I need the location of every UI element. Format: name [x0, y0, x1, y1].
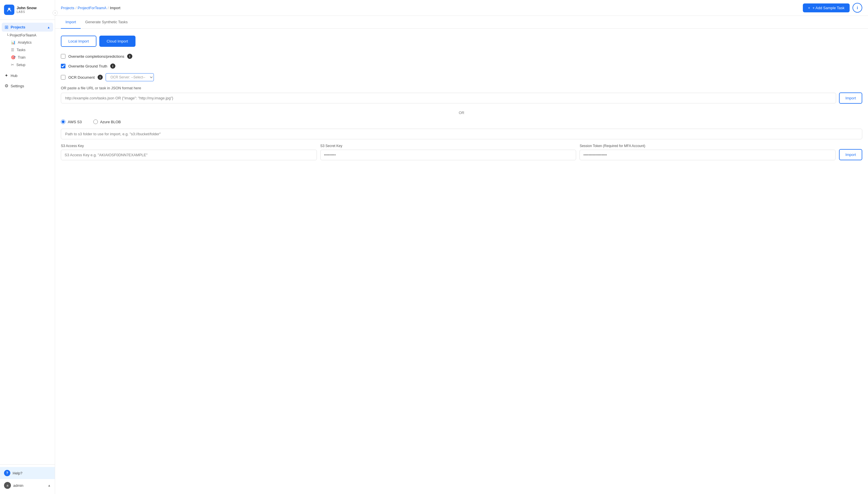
- tasks-label: Tasks: [17, 48, 25, 52]
- paste-row: Import: [61, 93, 862, 104]
- import-method-buttons: Local Import Cloud Import: [61, 36, 862, 47]
- tab-generate-synthetic[interactable]: Generate Synthetic Tasks: [81, 16, 132, 29]
- session-token-input[interactable]: [579, 150, 835, 160]
- sidebar-bottom: ? Help? a admin ▲: [0, 464, 55, 494]
- aws-s3-label: AWS S3: [68, 120, 82, 124]
- project-name: ProjectForTeamA: [10, 33, 37, 37]
- admin-chevron-icon: ▲: [48, 484, 51, 487]
- cloud-storage-options: AWS S3 Azure BLOB: [61, 119, 862, 124]
- add-sample-label: + Add Sample Task: [813, 6, 845, 10]
- s3-import-button[interactable]: Import: [839, 149, 862, 160]
- help-label: Help?: [13, 471, 22, 475]
- local-import-button[interactable]: Local Import: [61, 36, 96, 47]
- sidebar: John Snow LABS ⊞ Projects ▲ └ ProjectFor…: [0, 0, 55, 494]
- paste-section: OR paste a file URL or task in JSON form…: [61, 86, 862, 104]
- url-paste-input[interactable]: [61, 93, 836, 103]
- train-label: Train: [18, 55, 25, 59]
- setup-label: Setup: [16, 63, 25, 67]
- breadcrumb-current: Import: [110, 6, 121, 10]
- project-item[interactable]: └ ProjectForTeamA: [0, 32, 55, 38]
- s3-secret-key-label: S3 Secret Key: [320, 144, 576, 148]
- sidebar-nav: ⊞ Projects ▲ └ ProjectForTeamA 📊 Analyti…: [0, 20, 55, 464]
- breadcrumb-sep1: /: [76, 6, 77, 10]
- s3-path-input[interactable]: [61, 129, 862, 139]
- admin-item[interactable]: a admin ▲: [0, 479, 55, 492]
- analytics-label: Analytics: [18, 40, 32, 44]
- session-token-label: Session Token (Required for MFA Account): [579, 144, 835, 148]
- ocr-server-select[interactable]: OCR Server: --Select--: [106, 73, 154, 81]
- settings-label: Settings: [11, 84, 24, 88]
- settings-icon: ⚙: [5, 83, 8, 89]
- ocr-info-icon[interactable]: i: [98, 75, 103, 80]
- plus-icon: +: [808, 6, 810, 10]
- overwrite-groundtruth-label[interactable]: Overwrite Ground Truth: [68, 64, 107, 68]
- breadcrumb: Projects / ProjectForTeamA / Import: [61, 6, 120, 10]
- s3-secret-key-field: S3 Secret Key: [320, 144, 576, 160]
- sidebar-collapse-button[interactable]: ‹: [53, 10, 58, 16]
- main-content: Projects / ProjectForTeamA / Import + + …: [55, 0, 868, 494]
- avatar: a: [4, 482, 11, 489]
- topbar-actions: + + Add Sample Task i: [803, 3, 862, 13]
- chevron-up-icon: ▲: [47, 25, 50, 29]
- help-item[interactable]: ? Help?: [0, 467, 55, 479]
- logo-text: John Snow LABS: [17, 6, 37, 13]
- sidebar-item-tasks[interactable]: ☰ Tasks: [2, 46, 53, 53]
- hub-label: Hub: [11, 74, 18, 78]
- projects-icon: ⊞: [5, 24, 8, 30]
- ocr-document-checkbox[interactable]: [61, 75, 65, 79]
- admin-label: admin: [13, 483, 23, 488]
- topbar: Projects / ProjectForTeamA / Import + + …: [55, 0, 868, 16]
- sidebar-item-hub[interactable]: ✦ Hub: [2, 71, 53, 80]
- overwrite-completions-checkbox[interactable]: [61, 54, 65, 59]
- content-area: Local Import Cloud Import Overwrite comp…: [55, 29, 868, 494]
- breadcrumb-sep2: /: [107, 6, 109, 10]
- setup-icon: ✂: [11, 63, 14, 67]
- groundtruth-info-icon[interactable]: i: [110, 63, 115, 69]
- sidebar-item-train[interactable]: 🎯 Train: [2, 54, 53, 61]
- azure-blob-option[interactable]: Azure BLOB: [93, 119, 121, 124]
- train-icon: 🎯: [11, 55, 16, 59]
- help-icon: ?: [4, 470, 10, 476]
- aws-s3-radio[interactable]: [61, 119, 65, 124]
- cloud-import-button[interactable]: Cloud Import: [99, 36, 136, 47]
- aws-s3-option[interactable]: AWS S3: [61, 119, 82, 124]
- info-icon: i: [857, 5, 858, 10]
- overwrite-groundtruth-checkbox[interactable]: [61, 64, 65, 68]
- session-token-field: Session Token (Required for MFA Account): [579, 144, 835, 160]
- or-divider: OR: [61, 111, 862, 115]
- project-name-label: └: [6, 33, 10, 37]
- analytics-icon: 📊: [11, 40, 16, 44]
- sidebar-item-settings[interactable]: ⚙ Settings: [2, 81, 53, 91]
- overwrite-groundtruth-row: Overwrite Ground Truth i: [61, 63, 862, 69]
- hub-icon: ✦: [5, 73, 8, 78]
- add-sample-task-button[interactable]: + + Add Sample Task: [803, 3, 850, 12]
- import-body: Local Import Cloud Import Overwrite comp…: [55, 29, 868, 167]
- sidebar-item-projects[interactable]: ⊞ Projects ▲: [2, 23, 53, 32]
- s3-secret-key-input[interactable]: [320, 150, 576, 160]
- s3-access-key-label: S3 Access Key: [61, 144, 317, 148]
- azure-blob-label: Azure BLOB: [100, 120, 121, 124]
- overwrite-completions-row: Overwrite completions/predictions i: [61, 54, 862, 59]
- info-button[interactable]: i: [852, 3, 862, 13]
- overwrite-completions-label[interactable]: Overwrite completions/predictions: [68, 54, 124, 59]
- azure-blob-radio[interactable]: [93, 119, 98, 124]
- tab-import[interactable]: Import: [61, 16, 81, 29]
- logo-icon: [4, 5, 14, 15]
- logo[interactable]: John Snow LABS: [0, 0, 55, 20]
- sidebar-item-setup[interactable]: ✂ Setup: [2, 61, 53, 68]
- sidebar-item-analytics[interactable]: 📊 Analytics: [2, 39, 53, 46]
- ocr-document-label[interactable]: OCR Document: [68, 75, 95, 79]
- completions-info-icon[interactable]: i: [127, 54, 132, 59]
- tasks-icon: ☰: [11, 48, 14, 52]
- paste-label: OR paste a file URL or task in JSON form…: [61, 86, 862, 90]
- url-import-button[interactable]: Import: [839, 93, 862, 104]
- s3-fields: S3 Access Key S3 Secret Key Session Toke…: [61, 144, 862, 160]
- s3-access-key-input[interactable]: [61, 150, 317, 160]
- breadcrumb-projects[interactable]: Projects: [61, 6, 74, 10]
- breadcrumb-project[interactable]: ProjectForTeamA: [78, 6, 106, 10]
- tabs: Import Generate Synthetic Tasks: [55, 16, 868, 29]
- ocr-document-row: OCR Document i OCR Server: --Select--: [61, 73, 862, 81]
- s3-access-key-field: S3 Access Key: [61, 144, 317, 160]
